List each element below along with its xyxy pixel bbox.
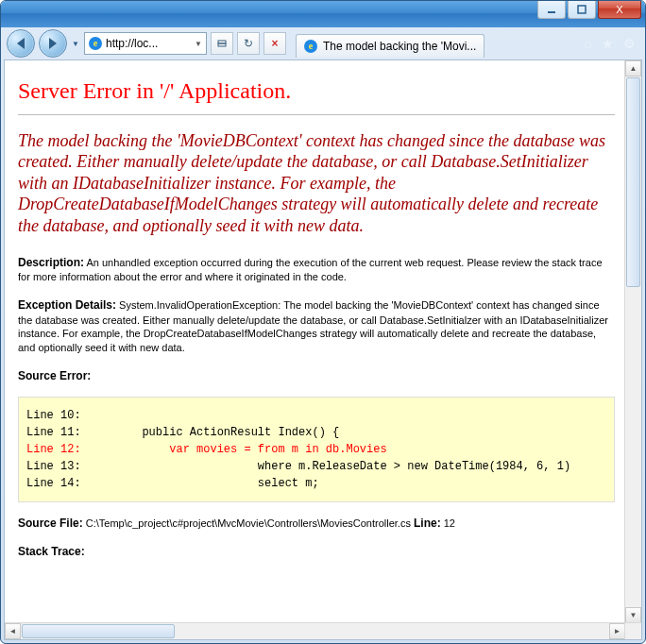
browser-toolbar: ▼ e http://loc... ▼ ↻ × e The model back…: [1, 27, 645, 59]
window-close-button[interactable]: X: [598, 1, 641, 19]
tab-title: The model backing the 'Movi...: [323, 40, 476, 53]
code-line-14: Line 14: select m;: [26, 477, 319, 490]
error-page: Server Error in '/' Application. The mod…: [5, 60, 628, 583]
nav-back-button[interactable]: [7, 29, 35, 58]
favorites-button[interactable]: ★: [602, 36, 614, 51]
stop-icon: ×: [271, 37, 278, 50]
arrow-right-icon: [49, 38, 57, 49]
exception-label: Exception Details:: [18, 298, 116, 312]
hscroll-track[interactable]: [176, 623, 609, 639]
scroll-right-button[interactable]: ►: [609, 623, 625, 639]
scroll-down-button[interactable]: ▼: [625, 607, 641, 623]
error-summary: The model backing the 'MovieDBContext' c…: [18, 130, 615, 237]
vscroll-track[interactable]: [625, 288, 641, 607]
nav-forward-button[interactable]: [39, 29, 67, 58]
address-url-text: http://loc...: [106, 37, 158, 50]
source-file-value: C:\Temp\c_project\c#project\MvcMovie\Con…: [83, 517, 411, 529]
hscroll-thumb[interactable]: [22, 624, 175, 638]
browser-tab[interactable]: e The model backing the 'Movi...: [296, 34, 484, 58]
source-file-label: Source File:: [18, 517, 83, 530]
stack-trace-heading: Stack Trace:: [18, 544, 615, 559]
refresh-icon: ↻: [244, 37, 253, 50]
ie-favicon-icon: e: [89, 37, 102, 50]
tools-button[interactable]: ⚙: [623, 36, 636, 51]
source-file-line: Source File: C:\Temp\c_project\c#project…: [18, 516, 615, 531]
content-frame: Server Error in '/' Application. The mod…: [4, 59, 642, 640]
compat-view-button[interactable]: [211, 32, 233, 55]
window-minimize-button[interactable]: [537, 1, 566, 19]
compat-icon: [216, 38, 228, 49]
arrow-left-icon: [17, 38, 25, 49]
stop-button[interactable]: ×: [264, 32, 286, 55]
error-description: Description: An unhandled exception occu…: [18, 255, 615, 284]
maximize-icon: [577, 5, 586, 14]
svg-rect-0: [548, 11, 555, 13]
minimize-icon: [547, 5, 556, 14]
code-line-10: Line 10:: [26, 409, 81, 422]
description-text: An unhandled exception occurred during t…: [18, 257, 603, 282]
code-line-13: Line 13: where m.ReleaseDate > new DateT…: [26, 460, 570, 473]
exception-details: Exception Details: System.InvalidOperati…: [18, 297, 615, 355]
code-line-11: Line 11: public ActionResult Index() {: [26, 426, 339, 439]
line-value: 12: [441, 517, 455, 529]
page-viewport: Server Error in '/' Application. The mod…: [5, 60, 641, 639]
vertical-scrollbar[interactable]: ▲ ▼: [624, 60, 641, 623]
nav-history-dropdown[interactable]: ▼: [71, 33, 80, 54]
line-label: Line:: [414, 517, 441, 530]
svg-rect-3: [218, 43, 226, 46]
source-code-box: Line 10: Line 11: public ActionResult In…: [18, 397, 615, 502]
scroll-up-button[interactable]: ▲: [625, 60, 641, 76]
window-maximize-button[interactable]: [568, 1, 596, 19]
address-dropdown-icon[interactable]: ▼: [195, 40, 202, 48]
refresh-button[interactable]: ↻: [237, 32, 260, 55]
home-button[interactable]: ⌂: [585, 36, 592, 51]
description-label: Description:: [18, 256, 84, 269]
horizontal-scrollbar[interactable]: ◄ ►: [5, 622, 625, 639]
browser-window: X ▼ e http://loc... ▼ ↻ × e The model ba…: [0, 0, 646, 644]
divider: [18, 114, 615, 115]
code-line-12-highlight: Line 12: var movies = from m in db.Movie…: [26, 443, 387, 456]
tab-favicon-icon: e: [304, 40, 317, 53]
source-error-label: Source Error:: [18, 369, 91, 382]
command-bar: ⌂ ★ ⚙: [585, 36, 639, 51]
window-titlebar: X: [1, 1, 645, 27]
scroll-corner: [624, 622, 641, 639]
close-icon: X: [616, 4, 622, 15]
error-heading: Server Error in '/' Application.: [18, 77, 615, 105]
scroll-left-button[interactable]: ◄: [5, 623, 21, 639]
source-error-heading: Source Error:: [18, 368, 615, 383]
svg-rect-1: [578, 6, 586, 13]
vscroll-thumb[interactable]: [626, 77, 640, 287]
address-bar[interactable]: e http://loc... ▼: [84, 32, 207, 55]
stack-trace-label: Stack Trace:: [18, 545, 85, 558]
